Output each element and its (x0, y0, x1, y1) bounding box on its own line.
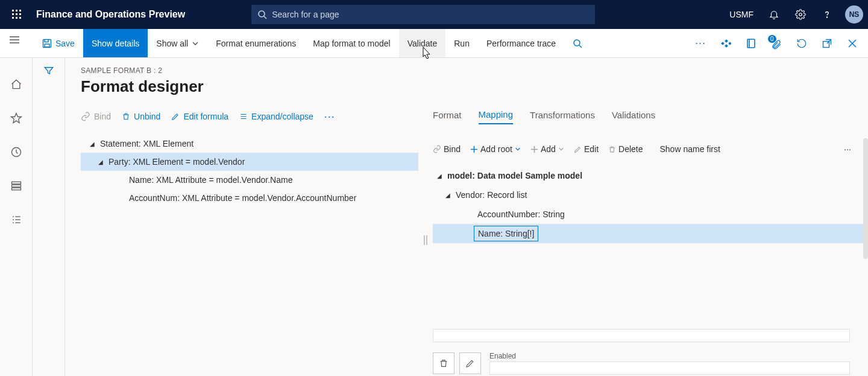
edit-label: Edit (584, 144, 599, 154)
app1-icon[interactable] (715, 33, 737, 54)
scrollbar[interactable] (863, 138, 868, 259)
delete-square-button[interactable] (433, 352, 454, 374)
unbind-button[interactable]: Unbind (122, 112, 160, 121)
tree-node-selected[interactable]: Name: String[!] (433, 224, 863, 243)
right-toolbar: Bind Add root Add (433, 136, 863, 162)
enabled-input[interactable] (489, 362, 850, 375)
svg-line-10 (264, 16, 266, 19)
enabled-label: Enabled (489, 352, 850, 360)
svg-rect-17 (721, 42, 725, 45)
settings-icon[interactable] (790, 4, 811, 25)
right-tree: ◢ model: Data model Sample model ◢ Vendo… (433, 166, 863, 243)
recent-icon[interactable] (4, 140, 28, 164)
user-avatar[interactable]: NS (845, 5, 863, 24)
tab-mapping[interactable]: Mapping (479, 109, 514, 124)
plus-icon (470, 145, 478, 153)
search-input[interactable] (272, 10, 589, 19)
drag-handle-icon (424, 234, 427, 246)
run-button[interactable]: Run (445, 29, 478, 57)
collapse-icon[interactable]: ◢ (435, 173, 444, 179)
modules-icon[interactable] (4, 208, 28, 232)
svg-rect-7 (16, 17, 17, 19)
add-root-button[interactable]: Add root (470, 144, 521, 154)
edit-square-button[interactable] (459, 352, 481, 374)
tree-node[interactable]: Name: XML Attribute = model.Vendor.Name (81, 171, 418, 189)
office-icon[interactable] (740, 33, 762, 54)
close-button[interactable] (841, 33, 863, 54)
show-details-button[interactable]: Show details (83, 29, 148, 57)
right-overflow-button[interactable]: ··· (844, 144, 851, 154)
right-bind-button[interactable]: Bind (433, 144, 461, 154)
tree-node[interactable]: ◢ model: Data model Sample model (433, 166, 863, 185)
favorites-icon[interactable] (4, 106, 28, 130)
edit-button[interactable]: Edit (574, 144, 599, 154)
tab-validations[interactable]: Validations (612, 110, 655, 124)
show-name-first-button[interactable]: Show name first (659, 144, 720, 154)
detail-input[interactable] (433, 329, 850, 342)
left-rail (0, 58, 33, 376)
save-button[interactable]: Save (34, 29, 83, 57)
validate-button[interactable]: Validate (399, 29, 446, 57)
collapse-icon[interactable]: ◢ (96, 159, 105, 165)
save-label: Save (55, 39, 75, 48)
tree-node-label: model: Data model Sample model (447, 171, 582, 180)
svg-rect-14 (45, 44, 49, 47)
add-button[interactable]: Add (530, 144, 564, 154)
map-format-label: Map format to model (313, 39, 390, 48)
workspaces-icon[interactable] (4, 174, 28, 198)
tree-node-label: Statement: XML Element (100, 139, 193, 148)
show-all-label: Show all (156, 39, 188, 48)
performance-trace-button[interactable]: Performance trace (478, 29, 564, 57)
svg-line-16 (579, 45, 582, 48)
chevron-down-icon (558, 146, 564, 152)
left-overflow-button[interactable]: ··· (324, 110, 335, 123)
svg-rect-29 (11, 182, 20, 183)
format-enumerations-button[interactable]: Format enumerations (207, 29, 304, 57)
popout-button[interactable] (816, 33, 838, 54)
expand-collapse-label: Expand/collapse (251, 112, 313, 121)
refresh-button[interactable] (791, 33, 813, 54)
attachments-button[interactable]: 0 (766, 33, 787, 54)
tree-node[interactable]: ◢ Statement: XML Element (81, 135, 418, 153)
delete-button[interactable]: Delete (608, 144, 643, 154)
search-box[interactable] (251, 5, 595, 24)
show-all-button[interactable]: Show all (148, 29, 207, 57)
notifications-icon[interactable] (763, 4, 785, 25)
svg-rect-1 (16, 10, 17, 11)
tree-node-selected[interactable]: ◢ Party: XML Element = model.Vendor (81, 153, 418, 171)
home-icon[interactable] (4, 72, 28, 97)
svg-rect-20 (728, 42, 731, 45)
svg-rect-5 (19, 13, 21, 15)
performance-trace-label: Performance trace (486, 39, 556, 48)
tab-transformations[interactable]: Transformations (530, 110, 595, 124)
edit-formula-button[interactable]: Edit formula (171, 112, 228, 121)
bind-label: Bind (94, 112, 111, 121)
filter-icon[interactable] (43, 65, 54, 376)
chevron-down-icon (192, 40, 199, 47)
help-icon[interactable] (816, 4, 838, 25)
expand-collapse-button[interactable]: Expand/collapse (239, 112, 313, 121)
tree-node[interactable]: AccountNum: XML Attribute = model.Vendor… (81, 189, 418, 207)
svg-rect-8 (19, 17, 21, 19)
map-format-to-model-button[interactable]: Map format to model (304, 29, 398, 57)
svg-rect-3 (12, 13, 14, 15)
link-icon (433, 145, 441, 153)
tab-format[interactable]: Format (433, 110, 462, 124)
find-button[interactable] (564, 29, 591, 57)
overflow-button[interactable]: ··· (690, 33, 711, 54)
trash-icon (439, 358, 448, 368)
bind-button[interactable]: Bind (81, 112, 111, 121)
tree-node-label: Name: XML Attribute = model.Vendor.Name (129, 175, 292, 185)
app-launcher-icon[interactable] (5, 2, 29, 27)
collapse-icon[interactable]: ◢ (88, 141, 96, 147)
tree-node[interactable]: ◢ Vendor: Record list (433, 185, 863, 205)
collapse-icon[interactable]: ◢ (444, 192, 452, 199)
svg-rect-21 (747, 39, 755, 48)
tree-node[interactable]: AccountNumber: String (433, 205, 863, 224)
ellipsis-icon: ··· (695, 37, 706, 49)
left-tree: ◢ Statement: XML Element ◢ Party: XML El… (81, 129, 418, 207)
legal-entity[interactable]: USMF (725, 10, 758, 19)
add-root-label: Add root (480, 144, 512, 154)
splitter-handle[interactable] (418, 104, 433, 376)
pencil-icon (171, 112, 180, 121)
